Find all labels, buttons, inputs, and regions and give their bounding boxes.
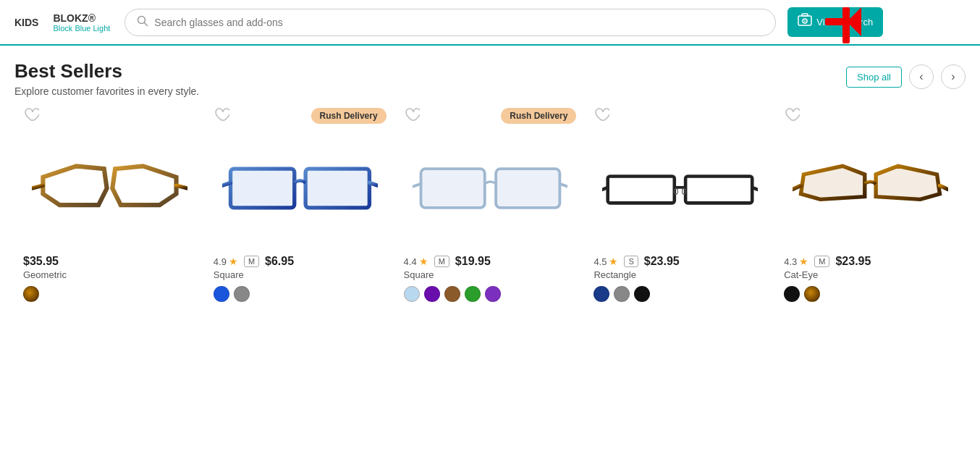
svg-line-14 xyxy=(222,182,231,185)
nav-blokz[interactable]: BLOKZ® Block Blue Light xyxy=(53,12,110,33)
nav-kids[interactable]: KIDS xyxy=(14,17,38,28)
svg-point-5 xyxy=(804,20,806,22)
products-row: $35.95GeometricRush Delivery 4.9★M$6.95S… xyxy=(14,104,966,314)
color-swatches xyxy=(23,286,196,302)
wishlist-heart-button[interactable] xyxy=(23,107,39,125)
rush-delivery-badge: Rush Delivery xyxy=(311,108,386,124)
product-image xyxy=(23,130,196,246)
product-price-row: 4.4★M$19.95 xyxy=(404,255,577,268)
section-controls: Shop all ‹ › xyxy=(846,64,966,89)
search-bar xyxy=(124,9,776,36)
product-rating: 4.3★ xyxy=(784,256,808,267)
star-icon: ★ xyxy=(609,256,618,267)
product-price-row: 4.9★M$6.95 xyxy=(214,255,386,268)
size-badge: S xyxy=(624,256,638,267)
search-icon xyxy=(137,15,148,30)
product-shape: Square xyxy=(214,269,386,280)
product-image xyxy=(784,130,957,246)
color-swatch-violet[interactable] xyxy=(485,286,501,302)
header-nav: KIDS BLOKZ® Block Blue Light xyxy=(14,12,110,33)
svg-rect-17 xyxy=(496,169,559,208)
wishlist-heart-button[interactable] xyxy=(214,107,229,125)
product-info: 4.5★S$23.95Rectangle xyxy=(594,255,766,302)
color-swatches xyxy=(594,286,766,302)
next-button[interactable]: › xyxy=(941,64,966,89)
product-card[interactable]: $35.95Geometric xyxy=(14,104,205,314)
svg-rect-16 xyxy=(421,169,484,208)
product-badge-row xyxy=(594,104,766,127)
product-price: $23.95 xyxy=(644,255,680,268)
svg-rect-21 xyxy=(685,176,752,203)
svg-line-24 xyxy=(753,187,759,189)
svg-line-1 xyxy=(145,22,148,25)
color-swatch-green[interactable] xyxy=(465,286,481,302)
product-card[interactable]: 4.5★S$23.95Rectangle xyxy=(585,104,775,314)
visual-search-label: Visual search xyxy=(816,17,873,28)
product-card[interactable]: Rush Delivery 4.9★M$6.95Square xyxy=(205,104,395,314)
color-swatches xyxy=(404,286,577,302)
section-title: Best Sellers xyxy=(14,60,199,83)
color-swatches xyxy=(214,286,386,302)
color-swatch-black[interactable] xyxy=(634,286,650,302)
color-swatch-gray[interactable] xyxy=(614,286,630,302)
color-swatch-light-blue[interactable] xyxy=(404,286,420,302)
color-swatch-black[interactable] xyxy=(784,286,800,302)
rating-value: 4.9 xyxy=(214,256,227,267)
product-rating: 4.4★ xyxy=(404,256,428,267)
star-icon: ★ xyxy=(229,256,238,267)
product-badge-row: Rush Delivery xyxy=(214,104,386,127)
rating-value: 4.4 xyxy=(404,256,417,267)
color-swatch-tortoise[interactable] xyxy=(23,286,39,302)
search-input[interactable] xyxy=(154,17,764,28)
svg-rect-13 xyxy=(305,169,369,208)
product-image xyxy=(594,130,766,246)
color-swatches xyxy=(784,286,957,302)
product-info: 4.3★M$23.95Cat-Eye xyxy=(784,255,957,302)
main-content: Best Sellers Explore customer favorites … xyxy=(0,46,980,314)
product-price-row: 4.5★S$23.95 xyxy=(594,255,766,268)
product-card[interactable]: Rush Delivery 4.4★M$19.95Square xyxy=(395,104,586,314)
color-swatch-purple-dark[interactable] xyxy=(424,286,440,302)
color-swatch-brown[interactable] xyxy=(444,286,460,302)
wishlist-heart-button[interactable] xyxy=(404,107,420,125)
shop-all-button[interactable]: Shop all xyxy=(846,67,902,88)
product-price: $35.95 xyxy=(23,255,59,268)
svg-rect-20 xyxy=(608,176,675,203)
color-swatch-tortoise[interactable] xyxy=(804,286,820,302)
color-swatch-blue[interactable] xyxy=(214,286,229,302)
size-badge: M xyxy=(434,256,449,267)
prev-button[interactable]: ‹ xyxy=(909,64,934,89)
star-icon: ★ xyxy=(799,256,808,267)
product-info: $35.95Geometric xyxy=(23,255,196,302)
product-info: 4.9★M$6.95Square xyxy=(214,255,386,302)
color-swatch-gray[interactable] xyxy=(234,286,250,302)
size-badge: M xyxy=(814,256,829,267)
product-image xyxy=(404,130,577,246)
product-badge-row: Rush Delivery xyxy=(404,104,577,127)
product-rating: 4.9★ xyxy=(214,256,238,267)
visual-search-button[interactable]: Visual search xyxy=(787,7,883,37)
product-shape: Rectangle xyxy=(594,269,766,280)
product-shape: Geometric xyxy=(23,269,196,280)
svg-rect-12 xyxy=(230,169,294,208)
svg-line-15 xyxy=(369,182,378,185)
camera-scan-icon xyxy=(798,13,812,31)
size-badge: M xyxy=(244,256,259,267)
section-subtitle: Explore customer favorites in every styl… xyxy=(14,85,199,97)
svg-line-27 xyxy=(793,185,801,189)
rush-delivery-badge: Rush Delivery xyxy=(501,108,576,124)
product-rating: 4.5★ xyxy=(594,256,618,267)
product-badge-row xyxy=(784,104,957,127)
header: KIDS BLOKZ® Block Blue Light V xyxy=(0,0,980,46)
color-swatch-navy[interactable] xyxy=(594,286,609,302)
rating-value: 4.3 xyxy=(784,256,797,267)
wishlist-heart-button[interactable] xyxy=(594,107,609,125)
product-card[interactable]: 4.3★M$23.95Cat-Eye xyxy=(775,104,966,314)
section-title-wrap: Best Sellers Explore customer favorites … xyxy=(14,60,199,97)
wishlist-heart-button[interactable] xyxy=(784,107,800,125)
nav-blokz-title: BLOKZ® xyxy=(53,12,110,24)
star-icon: ★ xyxy=(419,256,428,267)
svg-line-23 xyxy=(602,187,608,189)
product-price-row: $35.95 xyxy=(23,255,196,268)
svg-line-10 xyxy=(32,185,43,188)
